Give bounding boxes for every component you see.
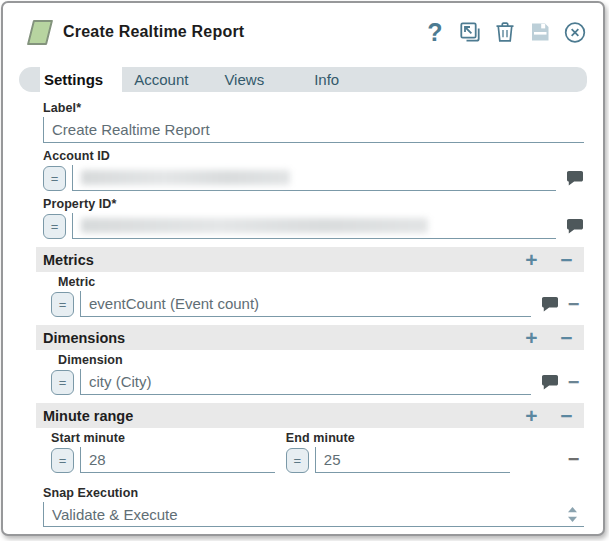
end-minute-input[interactable]: 25 bbox=[315, 447, 510, 473]
tab-views-label: Views bbox=[224, 71, 264, 88]
end-minute-field-row: = 25 bbox=[286, 447, 510, 473]
tab-views[interactable]: Views bbox=[212, 71, 276, 88]
comment-bubble-icon[interactable] bbox=[541, 374, 559, 390]
dialog-header: Create Realtime Report ? bbox=[3, 3, 603, 59]
metric-input[interactable]: eventCount (Event count) bbox=[80, 291, 531, 317]
minute-range-remove-row-button[interactable]: − bbox=[556, 405, 577, 426]
tab-info-label: Info bbox=[314, 71, 339, 88]
save-icon bbox=[528, 20, 552, 44]
tab-bar: Settings Account Views Info bbox=[19, 67, 587, 92]
dimension-field-row: = city (City) − bbox=[51, 369, 584, 395]
account-id-field-label: Account ID bbox=[43, 149, 584, 163]
minute-range-section-body: Start minute = 28 End minu bbox=[51, 431, 584, 473]
property-id-input[interactable] bbox=[72, 213, 556, 239]
metrics-remove-row-button[interactable]: − bbox=[556, 249, 577, 270]
help-icon: ? bbox=[427, 20, 442, 45]
minute-range-section-header: Minute range + − bbox=[36, 403, 584, 428]
dialog-title: Create Realtime Report bbox=[63, 23, 244, 41]
tab-bar-rest: Account Views Info bbox=[122, 67, 587, 92]
redacted-value bbox=[81, 218, 428, 233]
popout-icon bbox=[458, 20, 482, 44]
snap-settings-dialog: Create Realtime Report ? bbox=[1, 1, 605, 536]
comment-bubble-icon[interactable] bbox=[566, 218, 584, 234]
snap-execution-select[interactable]: Validate & Execute bbox=[43, 502, 584, 527]
start-minute-value: 28 bbox=[89, 451, 106, 468]
metric-field-row: = eventCount (Event count) − bbox=[51, 291, 584, 317]
trash-icon bbox=[493, 20, 517, 44]
property-id-field-row: = bbox=[43, 213, 584, 239]
end-minute-value: 25 bbox=[324, 451, 341, 468]
minute-range-section-title: Minute range bbox=[43, 408, 133, 424]
end-minute-column: End minute = 25 bbox=[286, 431, 510, 473]
redacted-value bbox=[81, 170, 290, 185]
dimension-input-value: city (City) bbox=[89, 373, 152, 390]
dimension-field-label: Dimension bbox=[58, 353, 584, 367]
start-minute-field-row: = 28 bbox=[51, 447, 275, 473]
dimensions-add-row-button[interactable]: + bbox=[521, 327, 542, 348]
screen: Create Realtime Report ? bbox=[0, 0, 609, 541]
save-button[interactable] bbox=[528, 20, 552, 44]
end-minute-expression-toggle[interactable]: = bbox=[286, 448, 309, 473]
start-minute-column: Start minute = 28 bbox=[51, 431, 275, 473]
help-button[interactable]: ? bbox=[423, 20, 447, 44]
dimensions-section: Dimensions + − Dimension = city (City) bbox=[36, 325, 584, 395]
tab-settings[interactable]: Settings bbox=[40, 67, 122, 92]
metrics-section: Metrics + − Metric = eventCount (Event c… bbox=[36, 247, 584, 317]
minute-range-section: Minute range + − Start minute = bbox=[36, 403, 584, 473]
end-minute-label: End minute bbox=[286, 431, 510, 445]
dimensions-section-title: Dimensions bbox=[43, 330, 125, 346]
property-id-field-label: Property ID* bbox=[43, 197, 584, 211]
dimensions-remove-row-button[interactable]: − bbox=[556, 327, 577, 348]
settings-panel: Label* Create Realtime Report Account ID… bbox=[3, 101, 603, 527]
minute-range-row-remove-button[interactable]: − bbox=[563, 449, 584, 473]
metrics-section-title: Metrics bbox=[43, 252, 94, 268]
close-icon bbox=[563, 20, 587, 45]
equals-icon: = bbox=[59, 297, 67, 312]
minute-range-row: Start minute = 28 End minu bbox=[51, 431, 584, 473]
delete-button[interactable] bbox=[493, 20, 517, 44]
account-id-expression-toggle[interactable]: = bbox=[43, 166, 66, 191]
comment-bubble-icon[interactable] bbox=[541, 296, 559, 312]
dimension-expression-toggle[interactable]: = bbox=[51, 370, 74, 395]
equals-icon: = bbox=[294, 453, 302, 468]
close-button[interactable] bbox=[563, 20, 587, 44]
metric-field-label: Metric bbox=[58, 275, 584, 289]
metric-input-value: eventCount (Event count) bbox=[89, 295, 259, 312]
select-spinner-icon bbox=[567, 506, 578, 523]
snap-execution-label: Snap Execution bbox=[43, 486, 584, 500]
header-actions: ? bbox=[423, 20, 587, 44]
label-field-row: Create Realtime Report bbox=[43, 117, 584, 143]
snap-execution-value: Validate & Execute bbox=[52, 506, 567, 523]
dimension-row-remove-button[interactable]: − bbox=[563, 372, 584, 392]
tab-bar-left-cap bbox=[19, 67, 40, 92]
equals-icon: = bbox=[59, 375, 67, 390]
metric-row-remove-button[interactable]: − bbox=[563, 294, 584, 314]
metrics-add-row-button[interactable]: + bbox=[521, 249, 542, 270]
account-id-input[interactable] bbox=[72, 165, 556, 191]
metric-expression-toggle[interactable]: = bbox=[51, 292, 74, 317]
minute-range-add-row-button[interactable]: + bbox=[521, 405, 542, 426]
metrics-section-header: Metrics + − bbox=[36, 247, 584, 272]
metrics-section-body: Metric = eventCount (Event count) − bbox=[51, 275, 584, 317]
start-minute-expression-toggle[interactable]: = bbox=[51, 448, 74, 473]
equals-icon: = bbox=[51, 219, 59, 234]
label-input-value: Create Realtime Report bbox=[52, 121, 210, 138]
tab-info[interactable]: Info bbox=[302, 71, 351, 88]
tab-settings-label: Settings bbox=[44, 71, 103, 88]
tab-account-label: Account bbox=[134, 71, 188, 88]
open-in-new-window-button[interactable] bbox=[458, 20, 482, 44]
start-minute-input[interactable]: 28 bbox=[80, 447, 275, 473]
comment-bubble-icon[interactable] bbox=[566, 170, 584, 186]
snap-parallelogram-icon bbox=[27, 20, 53, 45]
equals-icon: = bbox=[59, 453, 67, 468]
property-id-expression-toggle[interactable]: = bbox=[43, 214, 66, 239]
dimension-input[interactable]: city (City) bbox=[80, 369, 531, 395]
tab-account[interactable]: Account bbox=[122, 71, 200, 88]
label-field-label: Label* bbox=[43, 101, 584, 115]
dimensions-section-header: Dimensions + − bbox=[36, 325, 584, 350]
equals-icon: = bbox=[51, 171, 59, 186]
label-input[interactable]: Create Realtime Report bbox=[43, 117, 584, 143]
start-minute-label: Start minute bbox=[51, 431, 275, 445]
dimensions-section-body: Dimension = city (City) − bbox=[51, 353, 584, 395]
account-id-field-row: = bbox=[43, 165, 584, 191]
